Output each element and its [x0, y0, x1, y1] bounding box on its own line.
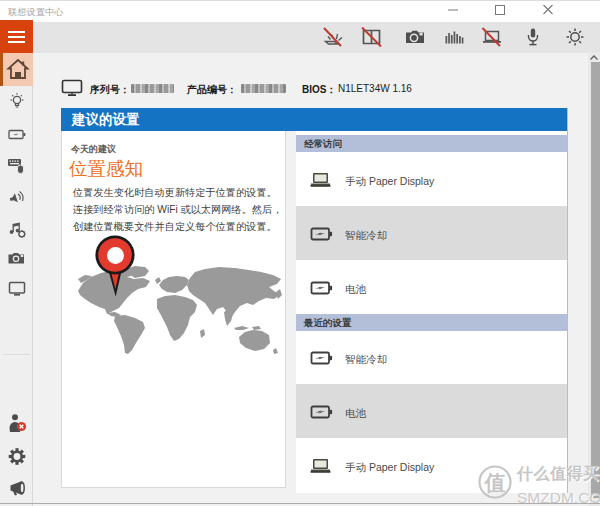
svg-text:值: 值	[484, 471, 506, 494]
